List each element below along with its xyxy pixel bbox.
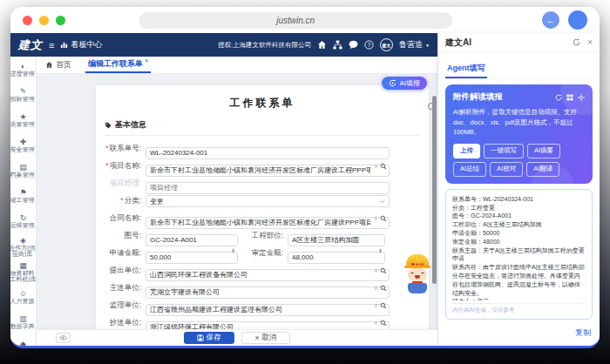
- sidebar-item-safety[interactable]: ✚安全管理: [10, 133, 36, 158]
- result-line: 联系主题：关于A区主楼三层结构加固工程的变更申请: [452, 246, 586, 264]
- close-window-button[interactable]: [23, 16, 32, 25]
- chevron-down-icon: [379, 199, 385, 204]
- user-menu[interactable]: 鲁营造▼: [399, 39, 430, 51]
- ai-summary-button[interactable]: AI摘要: [527, 144, 560, 158]
- main-unit-input[interactable]: [146, 286, 390, 299]
- breadcrumb-home[interactable]: 首页: [45, 57, 71, 73]
- cc-unit-input[interactable]: [146, 321, 390, 330]
- search-icon[interactable]: [380, 300, 387, 312]
- required-marker: *: [120, 196, 123, 205]
- refresh-icon[interactable]: [573, 38, 580, 46]
- ai-fill-button[interactable]: AI填报: [382, 77, 427, 90]
- operations-icon: ↻: [20, 214, 27, 222]
- product-icon: ◆: [20, 340, 26, 346]
- project-name-input[interactable]: [146, 165, 390, 177]
- close-icon[interactable]: ×: [587, 37, 593, 47]
- contact-no-input[interactable]: [146, 147, 390, 159]
- search-icon[interactable]: [380, 212, 387, 225]
- app-root: 建文 ≡ 看板中心 授权:上海建文软件科技有限公司 ? 建文 鲁营造▼: [10, 33, 600, 346]
- number-stepper[interactable]: ▲▼: [378, 248, 383, 253]
- ai-panel-header: 建文AI ×: [438, 33, 600, 52]
- copy-button[interactable]: 复制: [575, 328, 591, 337]
- required-marker: *: [105, 161, 108, 170]
- search-icon[interactable]: [380, 265, 387, 277]
- clear-icon[interactable]: ×: [374, 160, 378, 172]
- clear-icon[interactable]: ×: [374, 282, 378, 294]
- ai-refresh-icon[interactable]: [555, 94, 562, 101]
- clear-icon[interactable]: ×: [374, 265, 378, 277]
- preview-button[interactable]: [56, 333, 71, 343]
- chevron-down-icon: ▼: [425, 43, 430, 48]
- chat-icon[interactable]: [349, 40, 358, 50]
- result-line: 经办人：张三: [452, 297, 586, 300]
- clear-icon[interactable]: ×: [374, 317, 378, 329]
- sidebar-item-quality[interactable]: ★质量管理: [10, 108, 36, 133]
- sitemap-icon[interactable]: [333, 40, 342, 50]
- minimize-window-button[interactable]: [39, 16, 49, 25]
- home-icon[interactable]: [317, 40, 327, 50]
- clear-icon[interactable]: ×: [374, 300, 378, 312]
- sidebar-item-operations[interactable]: ↻运维管理: [10, 209, 36, 234]
- dashboard-center-link[interactable]: 看板中心: [60, 39, 102, 51]
- one-click-fill-button[interactable]: 一键填写: [484, 144, 524, 158]
- drawing-no-input[interactable]: [146, 234, 238, 246]
- maximize-window-button[interactable]: [56, 16, 65, 25]
- sidebar-item-dictionary[interactable]: ▥数据字典: [10, 310, 36, 335]
- form-row-proposing-unit: 提出单位: ×: [105, 265, 390, 277]
- profile-avatar[interactable]: [568, 10, 587, 30]
- ai-panel-body: Agent填写 附件解读填报 AI解析附件，提取关键信息自动填报。支持doc、d…: [438, 52, 600, 346]
- proposing-unit-input[interactable]: [146, 269, 390, 281]
- bidding-icon: ✎: [20, 88, 27, 96]
- tab-agent-fill[interactable]: Agent填写: [445, 63, 487, 78]
- number-stepper[interactable]: ▲▼: [231, 248, 235, 253]
- ai-mascot[interactable]: 建文AI: [404, 254, 430, 300]
- form-row-main-unit: 主送单位: ×: [105, 282, 390, 294]
- sidebar-item-schedule[interactable]: ◐进度管理: [10, 57, 36, 83]
- vertical-scrollbar[interactable]: [432, 86, 437, 327]
- ai-translate-button[interactable]: AI翻译: [526, 162, 559, 177]
- module-sidebar: ◐进度管理 ✎招标管理 ★质量管理 ✚安全管理 ▤档案管理 ⚑竣工管理 ↻运维管…: [10, 57, 37, 346]
- save-icon: [197, 334, 204, 341]
- hamburger-icon[interactable]: ≡: [49, 40, 54, 51]
- ai-conclusion-button[interactable]: AI总结: [453, 162, 486, 177]
- sidebar-item-archive[interactable]: ▤档案管理: [10, 158, 36, 184]
- search-icon[interactable]: [380, 160, 387, 172]
- breadcrumb: 首页 编辑工作联系单×: [37, 57, 437, 74]
- approved-amount-input[interactable]: [288, 252, 385, 264]
- sidebar-item-completion[interactable]: ⚑竣工管理: [10, 184, 36, 209]
- result-line: 联系单号：WL-20240324-001: [452, 195, 586, 204]
- applied-amount-input[interactable]: [146, 252, 238, 264]
- upload-button[interactable]: 上传: [453, 144, 480, 158]
- grid-icon[interactable]: [566, 94, 573, 101]
- home-icon: [45, 61, 53, 69]
- save-button[interactable]: 保存: [184, 332, 234, 344]
- form-row-project-manager: 项目经理:: [105, 178, 390, 190]
- sidebar-item-partners[interactable]: ◈合作方(供应商)库: [10, 234, 36, 260]
- app-logo[interactable]: 建文: [18, 37, 43, 53]
- tab-close-icon[interactable]: ×: [145, 57, 148, 64]
- sidebar-item-bidding[interactable]: ✎招标管理: [10, 83, 36, 108]
- brand-badge[interactable]: 建文: [380, 38, 393, 51]
- search-icon[interactable]: [380, 317, 387, 329]
- form-row-amounts: 申请金额: ▲▼ 审定金额: ▲▼: [105, 247, 390, 260]
- project-manager-input[interactable]: [146, 182, 390, 194]
- search-icon[interactable]: [380, 282, 387, 294]
- tab-edit-work-contact[interactable]: 编辑工作联系单×: [85, 57, 151, 73]
- address-bar[interactable]: justwin.cn: [139, 12, 452, 29]
- category-select[interactable]: 变更: [146, 195, 390, 207]
- clear-icon[interactable]: ×: [374, 212, 378, 225]
- quality-icon: ★: [19, 113, 26, 121]
- sidebar-item-hr[interactable]: ☺人力资源: [10, 285, 36, 310]
- partners-icon: ◈: [20, 237, 26, 245]
- work-part-input[interactable]: [288, 234, 385, 246]
- scrollbar-thumb[interactable]: [432, 96, 437, 284]
- back-button[interactable]: ←: [542, 11, 559, 29]
- sidebar-item-product[interactable]: ◆产品库: [10, 335, 36, 346]
- help-icon[interactable]: ?: [364, 40, 374, 50]
- contract-name-input[interactable]: [146, 217, 390, 229]
- ai-proofread-button[interactable]: AI校对: [490, 162, 523, 177]
- sidebar-item-materials[interactable]: ▦物资材料(工料机)库: [10, 260, 36, 285]
- gear-icon[interactable]: [578, 94, 585, 101]
- supervision-unit-input[interactable]: [146, 304, 390, 316]
- cancel-button[interactable]: × 取消: [241, 332, 291, 344]
